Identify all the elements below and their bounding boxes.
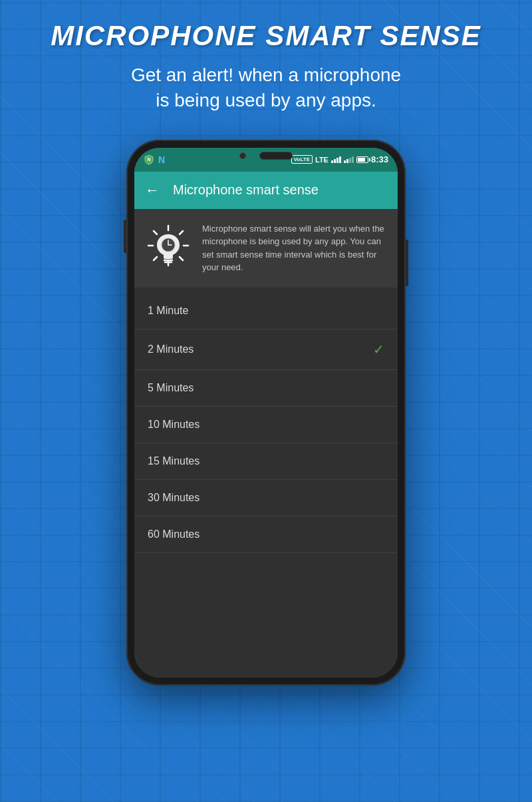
- phone: N N VoLTE LTE: [126, 140, 406, 686]
- volume-button: [124, 220, 126, 253]
- signal-bar-4: [339, 156, 341, 163]
- signal-bar-3: [336, 158, 338, 163]
- menu-item[interactable]: 2 Minutes ✓: [134, 329, 398, 370]
- header-section: MICROPHONE SMART SENSE Get an alert! whe…: [0, 0, 532, 126]
- subtitle: Get an alert! when a microphoneis being …: [27, 63, 505, 113]
- selected-check-icon: ✓: [373, 341, 384, 357]
- status-icons-right: VoLTE LTE: [291, 154, 388, 164]
- menu-item-label: 60 Minutes: [148, 528, 200, 540]
- shield-icon: N: [144, 154, 154, 165]
- roaming-bar-2: [346, 159, 348, 163]
- phone-top-hardware: [239, 152, 293, 160]
- svg-line-5: [154, 231, 157, 234]
- roaming-signal-bars: [344, 156, 354, 163]
- info-card: Microphone smart sense will alert you wh…: [134, 209, 398, 288]
- signal-bars: [331, 156, 341, 163]
- battery-fill: [358, 158, 365, 162]
- menu-item-label: 15 Minutes: [148, 455, 200, 467]
- svg-line-8: [180, 257, 183, 260]
- roaming-bar-4: [352, 156, 354, 163]
- main-title: MICROPHONE SMART SENSE: [27, 20, 505, 52]
- front-camera: [239, 152, 246, 159]
- menu-item[interactable]: 30 Minutes: [134, 480, 398, 516]
- content-area: Microphone smart sense will alert you wh…: [134, 209, 398, 678]
- roaming-bar-1: [344, 160, 346, 163]
- menu-item-label: 1 Minute: [148, 305, 188, 317]
- signal-bar-1: [331, 160, 333, 163]
- toolbar-title: Microphone smart sense: [173, 182, 319, 198]
- menu-item[interactable]: 1 Minute: [134, 293, 398, 329]
- menu-item[interactable]: 5 Minutes: [134, 370, 398, 407]
- svg-text:N: N: [147, 157, 150, 162]
- lightbulb-icon: [145, 222, 192, 269]
- battery-icon: [356, 156, 368, 163]
- menu-item[interactable]: 10 Minutes: [134, 407, 398, 443]
- power-button: [406, 240, 408, 286]
- clock: 8:33: [371, 154, 388, 164]
- volte-badge: VoLTE: [291, 155, 313, 164]
- menu-item-label: 5 Minutes: [148, 382, 194, 394]
- n-app-icon: N: [158, 154, 165, 165]
- info-description: Microphone smart sense will alert you wh…: [202, 222, 387, 274]
- menu-item-label: 2 Minutes: [148, 343, 194, 355]
- status-icons-left: N N: [144, 154, 165, 165]
- svg-line-6: [180, 231, 183, 234]
- menu-list: 1 Minute 2 Minutes ✓ 5 Minutes 10 Minute…: [134, 293, 398, 553]
- app-toolbar: ← Microphone smart sense: [134, 172, 398, 209]
- roaming-bar-3: [349, 158, 351, 163]
- menu-item-label: 30 Minutes: [148, 492, 200, 504]
- back-button[interactable]: ←: [145, 182, 160, 199]
- lte-indicator: LTE: [315, 156, 329, 164]
- svg-line-7: [154, 257, 157, 260]
- phone-wrapper: N N VoLTE LTE: [0, 140, 532, 686]
- menu-item-label: 10 Minutes: [148, 419, 200, 431]
- menu-item[interactable]: 60 Minutes: [134, 516, 398, 553]
- screen: N N VoLTE LTE: [134, 148, 398, 678]
- menu-item[interactable]: 15 Minutes: [134, 443, 398, 480]
- earpiece-speaker: [259, 152, 293, 160]
- signal-bar-2: [334, 159, 336, 163]
